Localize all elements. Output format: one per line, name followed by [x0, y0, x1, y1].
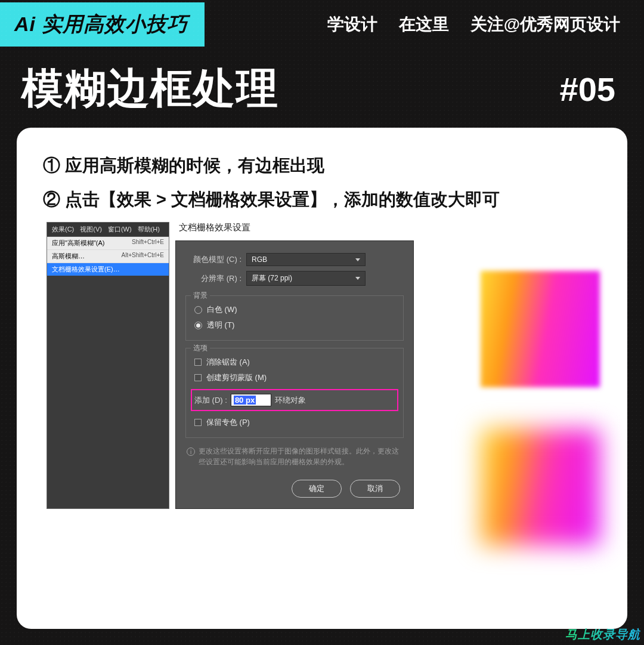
dialog-title: 文档栅格效果设置 [179, 222, 615, 233]
label-add-suffix: 环绕对象 [275, 395, 306, 406]
effect-menu-dropdown: 效果(C) 视图(V) 窗口(W) 帮助(H) 应用"高斯模糊"(A) Shif… [47, 222, 169, 509]
row-resolution: 分辨率 (R) : 屏幕 (72 ppi) [176, 269, 413, 288]
title-row: 模糊边框处理 #05 [0, 49, 644, 128]
dialog-info: i 更改这些设置将断开应用于图像的图形样式链接。此外，更改这些设置还可能影响当前… [176, 440, 413, 471]
tagline-3: 关注@优秀网页设计 [470, 13, 620, 36]
menu-item-gaussian-blur[interactable]: 高斯模糊… Alt+Shift+Ctrl+E [47, 250, 169, 263]
menu-view[interactable]: 视图(V) [78, 224, 104, 234]
menu-help[interactable]: 帮助(H) [135, 224, 162, 234]
radio-white[interactable]: 白色 (W) [193, 302, 396, 317]
label-color-model: 颜色模型 (C) : [187, 254, 242, 265]
checkbox-icon [194, 374, 202, 381]
group-title-options: 选项 [191, 343, 210, 353]
checkbox-icon [194, 359, 202, 366]
watermark: 马上收录导航 [565, 627, 640, 643]
radio-icon [194, 306, 202, 314]
check-clip-mask[interactable]: 创建剪切蒙版 (M) [193, 370, 396, 385]
group-options: 选项 消除锯齿 (A) 创建剪切蒙版 (M) 添加 (D) : 80 px 环绕… [185, 348, 404, 438]
input-add-value[interactable]: 80 px [231, 394, 271, 406]
checkbox-icon [194, 419, 202, 426]
group-title-background: 背景 [191, 291, 210, 301]
info-icon: i [187, 448, 195, 456]
tagline-1: 学设计 [327, 13, 377, 36]
check-preserve-spot[interactable]: 保留专色 (P) [193, 415, 396, 430]
header-banner: Ai 实用高效小技巧 学设计 在这里 关注@优秀网页设计 [0, 0, 644, 49]
chevron-down-icon [355, 277, 360, 280]
step-1: ① 应用高斯模糊的时候，有边框出现 [43, 154, 601, 177]
page-title: 模糊边框处理 [21, 61, 279, 117]
menu-item-apply-gaussian[interactable]: 应用"高斯模糊"(A) Shift+Ctrl+E [47, 237, 169, 250]
tip-number: #05 [560, 70, 615, 109]
check-antialias[interactable]: 消除锯齿 (A) [193, 354, 396, 370]
menu-window[interactable]: 窗口(W) [106, 224, 134, 234]
raster-settings-dialog: 颜色模型 (C) : RGB 分辨率 (R) : 屏幕 (72 ppi) 背景 [175, 240, 414, 509]
label-resolution: 分辨率 (R) : [187, 273, 242, 284]
menu-item-raster-settings[interactable]: 文档栅格效果设置(E)… [47, 263, 169, 276]
cancel-button[interactable]: 取消 [350, 480, 400, 498]
gradient-examples [481, 271, 606, 545]
swatch-clean-blur [481, 429, 600, 545]
chevron-down-icon [355, 258, 360, 261]
menu-bar: 效果(C) 视图(V) 窗口(W) 帮助(H) [47, 223, 169, 237]
content-card: ① 应用高斯模糊的时候，有边框出现 ② 点击【效果 > 文档栅格效果设置】，添加… [17, 128, 627, 629]
label-add: 添加 (D) : [194, 395, 227, 406]
row-color-model: 颜色模型 (C) : RGB [176, 251, 413, 269]
radio-checked-icon [194, 322, 202, 329]
step-2: ② 点击【效果 > 文档栅格效果设置】，添加的数值改大即可 [43, 188, 601, 211]
swatch-with-border-artifact [481, 271, 600, 387]
ok-button[interactable]: 确定 [292, 480, 342, 498]
banner-title: Ai 实用高效小技巧 [0, 2, 205, 47]
tagline-2: 在这里 [399, 13, 449, 36]
select-resolution[interactable]: 屏幕 (72 ppi) [246, 271, 366, 286]
radio-transparent[interactable]: 透明 (T) [193, 317, 396, 333]
select-color-model[interactable]: RGB [246, 253, 366, 266]
add-around-object-row: 添加 (D) : 80 px 环绕对象 [191, 389, 398, 411]
group-background: 背景 白色 (W) 透明 (T) [185, 295, 404, 341]
menu-effect[interactable]: 效果(C) [49, 224, 76, 234]
banner-tagline: 学设计 在这里 关注@优秀网页设计 [205, 13, 644, 36]
